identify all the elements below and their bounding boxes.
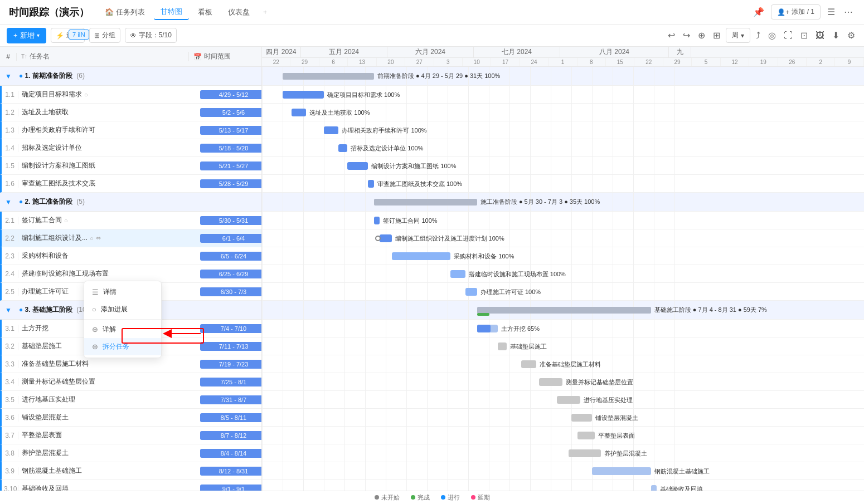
task-name: 养护垫层混凝土 [18,448,195,458]
hash-col-header: # [0,53,17,61]
task-row-2-8[interactable]: 3.9 钢筋混凝土基础施工 8/12 - 8/31 [0,462,261,480]
gantt-bar-label-12: 办理施工许可证 100% [480,287,541,296]
group-row-1[interactable]: ▼ ● 2. 施工准备阶段 (5) [0,193,261,212]
field-button[interactable]: 👁 字段：5/10 [125,28,177,43]
grid-icon[interactable]: ⊞ [711,28,722,43]
status-bar: 未开始完成进行延期 [0,491,864,504]
gantt-bar-10[interactable] [392,252,451,260]
gantt-bar-19[interactable] [571,414,592,422]
share-icon[interactable]: ⤴ [754,28,763,43]
task-row-0-2[interactable]: 1.3 办理相关政府手续和许可 5/13 - 5/17 [0,121,261,139]
gantt-bar-2[interactable] [292,109,306,116]
context-menu-divider [84,319,161,320]
task-row-1-0[interactable]: 2.1 签订施工合同 ○ 5/30 - 5/31 [0,212,261,229]
gantt-bar-15[interactable] [498,342,507,350]
gantt-bar-20[interactable] [577,432,595,439]
pin-icon[interactable]: 📌 [751,4,766,19]
gantt-bar-21[interactable] [569,449,601,457]
date-cell-19: 2 [807,58,835,66]
more-icon[interactable]: ⋯ [842,4,855,19]
gantt-body: 前期准备阶段 ● 4月 29 - 5月 29 ● 31天 100%确定项目目标和… [262,67,864,491]
gantt-bar-4[interactable] [338,144,347,152]
context-menu-details[interactable]: ☰ 详情 [84,283,161,301]
gantt-bar-23[interactable] [651,485,657,491]
calendar-icon: 📅 [193,53,202,61]
tab-plus[interactable]: + [259,6,271,18]
gantt-bar-label-11: 搭建临时设施和施工现场布置 100% [469,270,566,278]
gantt-bar-1[interactable] [283,91,324,99]
task-row-1-2[interactable]: 2.3 采购材料和设备 6/5 - 6/24 [0,247,261,265]
new-button[interactable]: + 新增 ▾ [7,28,46,43]
tab-board[interactable]: 看板 [191,5,219,19]
group-button[interactable]: ⊞ 分组 [89,28,120,43]
gantt-bar-0[interactable] [283,73,374,80]
context-menu-split-task[interactable]: ⊕ 拆分任务 [84,338,161,355]
gantt-bar-3[interactable] [324,126,338,134]
context-menu-add-progress[interactable]: ○ 添加进展 [84,301,161,318]
date-cell-11: 8 [577,58,606,66]
download-icon[interactable]: ⬇ [830,28,842,43]
legend-item-未开始: 未开始 [375,493,400,502]
tab-dashboard[interactable]: 仪表盘 [221,5,256,19]
task-row-0-4[interactable]: 1.5 编制设计方案和施工图纸 5/21 - 5/27 [0,157,261,175]
task-name: 确定项目目标和需求 ○ [18,90,195,99]
expand-icon[interactable]: ⛶ [782,28,795,43]
gantt-bar-13[interactable] [477,307,651,314]
gantt-bar-7[interactable] [374,199,477,205]
group-row-0[interactable]: ▼ ● 1. 前期准备阶段 (6) [0,67,261,86]
legend-item-完成: 完成 [411,493,430,502]
gantt-bar-8[interactable] [374,217,380,224]
date-cell-17: 19 [749,58,778,66]
task-row-0-3[interactable]: 1.4 招标及选定设计单位 5/18 - 5/20 [0,139,261,157]
task-num: 1.6 [2,180,18,188]
task-num: 3.1 [2,325,18,332]
list-view-icon[interactable]: ☰ [825,4,837,19]
legend-item-进行: 进行 [441,493,460,502]
gantt-row-14: 土方开挖 65% [262,320,864,337]
undo-icon[interactable]: ↩ [666,28,677,43]
gantt-bar-label-17: 测量并标记基础垫层位置 [566,378,633,386]
gantt-bar-18[interactable] [557,396,580,404]
week-selector[interactable]: 周 ▾ [726,28,750,43]
task-row-2-5[interactable]: 3.6 铺设垫层混凝土 8/5 - 8/11 [0,409,261,427]
chevron-down-icon: ▾ [741,32,744,40]
task-row-0-0[interactable]: 1.1 确定项目目标和需求 ○ 4/29 - 5/12 [0,86,261,104]
task-name: 招标及选定设计单位 [18,143,195,153]
gantt-bar-16[interactable] [521,360,536,368]
task-detail-icon: ○ [84,91,88,98]
task-detail-icon: ○ [90,235,94,242]
gantt-bar-14[interactable] [477,325,498,332]
gantt-bar-label-4: 招标及选定设计单位 100% [351,144,423,152]
task-date-badge: 7/19 - 7/23 [200,360,261,369]
task-row-0-5[interactable]: 1.6 审查施工图纸及技术交底 5/28 - 5/29 [0,175,261,193]
gantt-bar-11[interactable] [450,270,465,278]
task-row-2-4[interactable]: 3.5 进行地基压实处理 7/31 - 8/7 [0,391,261,409]
gantt-bar-22[interactable] [592,467,651,475]
gantt-bar-12[interactable] [465,288,477,296]
task-row-2-6[interactable]: 3.7 平整垫层表面 8/7 - 8/12 [0,427,261,444]
fullscreen-icon[interactable]: ⊡ [798,28,810,43]
location-icon[interactable]: ◎ [766,28,778,43]
context-menu-explain[interactable]: ⊕ 详解 [84,321,161,338]
add-member-button[interactable]: 👤+ 添加 / 1 [771,4,821,19]
redo-icon[interactable]: ↪ [681,28,692,43]
gantt-bar-5[interactable] [347,162,368,170]
gantt-bar-label-9: 编制施工组织设计及施工进度计划 100% [395,234,504,242]
gantt-bar-9[interactable] [380,234,391,242]
task-row-0-1[interactable]: 1.2 选址及土地获取 5/2 - 5/6 [0,104,261,121]
task-date-range: 8/12 - 8/31 [195,467,261,476]
task-row-2-9[interactable]: 3.10 基础验收及回填 9/1 - 9/1 [0,480,261,491]
gantt-bar-17[interactable] [539,378,562,386]
image-icon[interactable]: 🖼 [813,28,827,43]
task-date-badge: 8/4 - 8/14 [200,449,261,458]
tab-task-list[interactable]: 🏠 任务列表 [98,5,152,19]
task-row-2-3[interactable]: 3.4 测量并标记基础垫层位置 7/25 - 8/1 [0,373,261,391]
settings-icon[interactable]: ⚙ [845,28,857,43]
add-circle-icon[interactable]: ⊕ [696,28,707,43]
gantt-bar-label-7: 施工准备阶段 ● 5月 30 - 7月 3 ● 35天 100% [480,198,600,206]
date-cell-6: 3 [434,58,463,66]
task-row-2-7[interactable]: 3.8 养护垫层混凝土 8/4 - 8/14 [0,444,261,462]
tab-gantt[interactable]: 甘特图 [154,4,189,20]
task-row-1-1[interactable]: 2.2 编制施工组织设计及... ○ ⇔ 6/1 - 6/4 [0,229,261,247]
gantt-bar-6[interactable] [368,180,374,188]
